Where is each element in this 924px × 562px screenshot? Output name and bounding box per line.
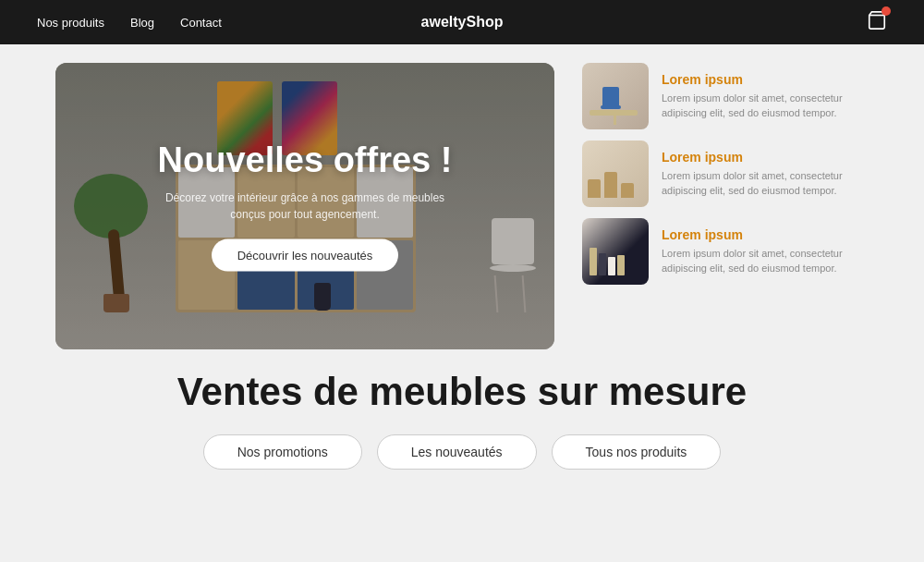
thumb-items <box>590 248 625 275</box>
card-thumbnail-2 <box>582 140 649 207</box>
cta-buttons: Nos promotions Les nouveautés Tous nos p… <box>55 434 869 470</box>
card-text-3: Lorem ipsum dolor sit amet, consectetur … <box>662 246 869 276</box>
thumb-item-dark <box>599 253 606 275</box>
card-thumbnail-1 <box>582 63 649 129</box>
thumb-chair-seat <box>601 105 621 109</box>
side-card-1: Lorem ipsum Lorem ipsum dolor sit amet, … <box>582 63 869 129</box>
nav-link-blog[interactable]: Blog <box>130 16 154 30</box>
thumb-stool <box>621 183 634 198</box>
card-info-2: Lorem ipsum Lorem ipsum dolor sit amet, … <box>662 150 869 199</box>
side-card-3: Lorem ipsum Lorem ipsum dolor sit amet, … <box>582 218 869 285</box>
thumb-stools <box>588 172 634 198</box>
thumb-desk-leg <box>614 114 616 125</box>
card-text-2: Lorem ipsum dolor sit amet, consectetur … <box>662 168 869 199</box>
card-title-3: Lorem ipsum <box>662 227 869 242</box>
section-title: Ventes de meubles sur mesure <box>55 370 869 414</box>
hero-title: Nouvelles offres ! <box>148 141 462 180</box>
thumb-stool <box>588 179 601 198</box>
hero-text-container: Nouvelles offres ! Décorez votre intérie… <box>148 141 462 272</box>
thumb-item <box>590 248 597 275</box>
thumb-item <box>617 255 625 275</box>
hero-subtitle: Décorez votre intérieur grâce à nos gamm… <box>148 189 462 222</box>
navbar: Nos produits Blog Contact aweltyShop <box>0 0 924 44</box>
tous-produits-button[interactable]: Tous nos produits <box>552 434 722 470</box>
nav-link-contact[interactable]: Contact <box>180 16 222 30</box>
card-info-3: Lorem ipsum Lorem ipsum dolor sit amet, … <box>662 227 869 276</box>
brand-prefix: awelty <box>421 14 467 30</box>
promotions-button[interactable]: Nos promotions <box>203 434 362 470</box>
cart-badge <box>881 6 891 16</box>
card-title-2: Lorem ipsum <box>662 150 869 165</box>
card-info-1: Lorem ipsum Lorem ipsum dolor sit amet, … <box>662 72 869 121</box>
card-text-1: Lorem ipsum dolor sit amet, consectetur … <box>662 91 869 121</box>
card-thumbnail-3 <box>582 218 649 285</box>
hero-section: Nouvelles offres ! Décorez votre intérie… <box>55 63 869 349</box>
cart-button[interactable] <box>867 10 887 34</box>
side-card-2: Lorem ipsum Lorem ipsum dolor sit amet, … <box>582 140 869 207</box>
nouveautes-button[interactable]: Les nouveautés <box>377 434 537 470</box>
thumb-item-white <box>608 257 615 275</box>
nav-brand: aweltyShop <box>421 14 504 31</box>
bottom-section: Ventes de meubles sur mesure Nos promoti… <box>55 370 869 470</box>
thumb-stool-tall <box>604 172 617 198</box>
main-content: Nouvelles offres ! Décorez votre intérie… <box>0 44 924 488</box>
brand-bold: Shop <box>466 14 503 30</box>
discover-button[interactable]: Découvrir les nouveautés <box>212 238 399 271</box>
nav-link-produits[interactable]: Nos produits <box>37 16 104 30</box>
side-cards: Lorem ipsum Lorem ipsum dolor sit amet, … <box>582 63 869 349</box>
card-title-1: Lorem ipsum <box>662 72 869 87</box>
thumb-chair-back <box>602 87 619 105</box>
nav-links: Nos produits Blog Contact <box>37 16 222 30</box>
hero-banner: Nouvelles offres ! Décorez votre intérie… <box>55 63 554 349</box>
